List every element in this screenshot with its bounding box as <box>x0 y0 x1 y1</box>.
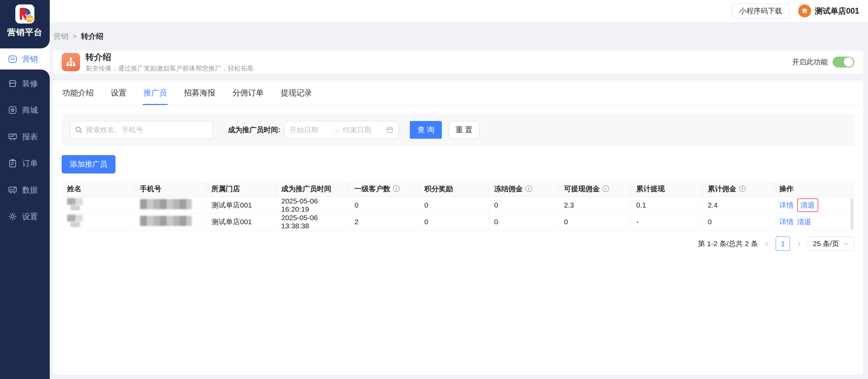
cell-withdrawable-commission: 0 <box>558 213 631 230</box>
page-size-select[interactable]: 25 条/页 <box>808 237 854 251</box>
sidebar-item-data[interactable]: 数据 <box>0 177 50 203</box>
tab-withdraw-records[interactable]: 提现记录 <box>280 80 313 105</box>
col-joined-at: 成为推广员时间 <box>276 181 349 197</box>
sidebar-logo-section: Pro 营销平台 <box>0 0 50 48</box>
sidebar-item-decoration[interactable]: 装修 <box>0 70 50 97</box>
cell-total-withdrawn: 0.1 <box>631 197 702 213</box>
account-name: 测试单店001 <box>815 6 859 16</box>
info-icon[interactable] <box>603 185 609 192</box>
breadcrumb-separator: > <box>73 32 77 41</box>
toggle-knob <box>844 57 853 67</box>
tab-bar: 功能介绍 设置 推广员 招募海报 分佣订单 提现记录 <box>53 80 863 105</box>
cell-frozen-commission: 0 <box>489 197 558 213</box>
sidebar-item-settings[interactable]: 设置 <box>0 203 50 230</box>
sidebar-item-order[interactable]: 订单 <box>0 150 50 177</box>
breadcrumb-marketing[interactable]: 营销 <box>53 31 68 42</box>
chevron-down-icon <box>843 241 849 247</box>
sidebar-item-label: 营销 <box>22 54 38 64</box>
promoter-table-wrap: 姓名 手机号 所属门店 成为推广员时间 一级客户数 积分奖励 冻结佣金 可提现佣… <box>62 181 854 230</box>
sidebar-item-label: 数据 <box>22 185 38 195</box>
sidebar: Pro 营销平台 营销 装修 <box>0 0 50 379</box>
col-total-commission: 累计佣金 <box>702 181 774 197</box>
sidebar-item-marketing[interactable]: 营销 <box>0 48 50 70</box>
dismiss-link[interactable]: 清退 <box>797 217 811 227</box>
cell-total-withdrawn: - <box>631 213 702 230</box>
cell-total-commission: 0 <box>702 213 774 230</box>
calendar-icon <box>386 126 394 134</box>
cell-points-reward: 0 <box>419 197 489 213</box>
date-end-input[interactable]: 结束日期 <box>343 125 382 135</box>
redacted-phone <box>140 216 192 226</box>
account-menu[interactable]: 测试单店001 <box>798 4 859 17</box>
data-icon <box>7 185 18 195</box>
sidebar-item-mall[interactable]: 商城 <box>0 97 50 123</box>
breadcrumb-current: 转介绍 <box>81 31 104 42</box>
sidebar-nav: 装修 商城 报表 <box>0 70 50 379</box>
miniprogram-download-button[interactable]: 小程序码下载 <box>732 3 789 18</box>
detail-link[interactable]: 详情 <box>779 200 794 210</box>
cell-level1-customers: 2 <box>349 213 419 230</box>
tab-intro[interactable]: 功能介绍 <box>62 80 94 105</box>
tab-promoters[interactable]: 推广员 <box>143 80 168 105</box>
referral-feature-icon <box>62 53 80 71</box>
filter-bar: 成为推广员时间: 开始日期 → 结束日期 查 询 重 置 <box>62 113 854 146</box>
col-phone: 手机号 <box>134 181 206 197</box>
cell-name <box>62 197 134 213</box>
col-withdrawable-commission: 可提现佣金 <box>558 181 631 197</box>
pagination-summary: 第 1-2 条/总共 2 条 <box>698 239 758 248</box>
col-name: 姓名 <box>62 181 134 197</box>
info-icon[interactable] <box>526 185 532 192</box>
date-range-arrow-icon: → <box>332 126 339 134</box>
tab-settings[interactable]: 设置 <box>110 80 127 105</box>
feature-toggle-label: 开启此功能 <box>792 57 828 67</box>
prev-page-button[interactable] <box>763 240 770 247</box>
page-subtitle: 裂变传播，通过推广奖励激励客户群体帮您推广，轻松拓客 <box>86 64 254 73</box>
cell-name <box>62 213 134 230</box>
col-actions: 操作 <box>774 181 854 197</box>
sidebar-item-label: 报表 <box>22 132 38 142</box>
date-filter-label: 成为推广员时间: <box>228 125 280 135</box>
redacted-name <box>67 215 83 227</box>
sidebar-item-label: 装修 <box>22 78 38 89</box>
tab-commission-orders[interactable]: 分佣订单 <box>232 80 264 105</box>
search-input[interactable] <box>70 121 213 139</box>
info-icon[interactable] <box>739 185 746 192</box>
sidebar-item-label: 商城 <box>22 105 38 116</box>
table-row: 测试单店001 2025-05-06 13:38:38 2 0 0 0 - 0 <box>62 213 854 230</box>
breadcrumb: 营销 > 转介绍 <box>53 31 863 42</box>
date-range-picker[interactable]: 开始日期 → 结束日期 <box>284 121 399 139</box>
topbar: 小程序码下载 测试单店001 <box>50 0 868 22</box>
referral-banner: 转介绍 裂变传播，通过推广奖励激励客户群体帮您推广，轻松拓客 开启此功能 <box>53 50 863 74</box>
feature-toggle[interactable] <box>833 57 854 67</box>
query-button[interactable]: 查 询 <box>410 121 442 139</box>
next-page-button[interactable] <box>795 240 802 247</box>
redacted-name <box>67 198 83 210</box>
table-header-row: 姓名 手机号 所属门店 成为推广员时间 一级客户数 积分奖励 冻结佣金 可提现佣… <box>62 181 854 197</box>
feature-toggle-group: 开启此功能 <box>792 57 854 67</box>
page-number-button[interactable]: 1 <box>776 237 790 251</box>
sidebar-item-report[interactable]: 报表 <box>0 123 50 150</box>
col-total-withdrawn: 累计提现 <box>631 181 702 197</box>
main-area: 小程序码下载 测试单店001 营销 > 转介绍 <box>50 0 868 379</box>
tab-recruit-poster[interactable]: 招募海报 <box>183 80 216 105</box>
info-icon[interactable] <box>393 185 400 192</box>
pagination: 第 1-2 条/总共 2 条 1 25 条/页 <box>62 237 854 251</box>
cell-store: 测试单店001 <box>206 197 276 213</box>
cell-actions: 详情 清退 <box>774 197 854 213</box>
decoration-icon <box>7 78 18 89</box>
chevron-right-icon <box>795 240 802 247</box>
chevron-left-icon <box>763 240 770 247</box>
cell-actions: 详情 清退 <box>774 213 854 230</box>
table-scrollbar[interactable] <box>850 198 854 229</box>
detail-link[interactable]: 详情 <box>779 217 794 227</box>
cell-frozen-commission: 0 <box>489 213 558 230</box>
app-title: 营销平台 <box>7 27 43 38</box>
order-icon <box>7 158 18 168</box>
marketing-icon <box>7 54 18 64</box>
dismiss-link[interactable]: 清退 <box>801 200 815 210</box>
reset-button[interactable]: 重 置 <box>449 121 479 139</box>
add-promoter-button[interactable]: 添加推广员 <box>62 155 115 173</box>
mall-icon <box>7 105 18 115</box>
promoter-table: 姓名 手机号 所属门店 成为推广员时间 一级客户数 积分奖励 冻结佣金 可提现佣… <box>62 181 854 230</box>
date-start-input[interactable]: 开始日期 <box>290 125 329 135</box>
